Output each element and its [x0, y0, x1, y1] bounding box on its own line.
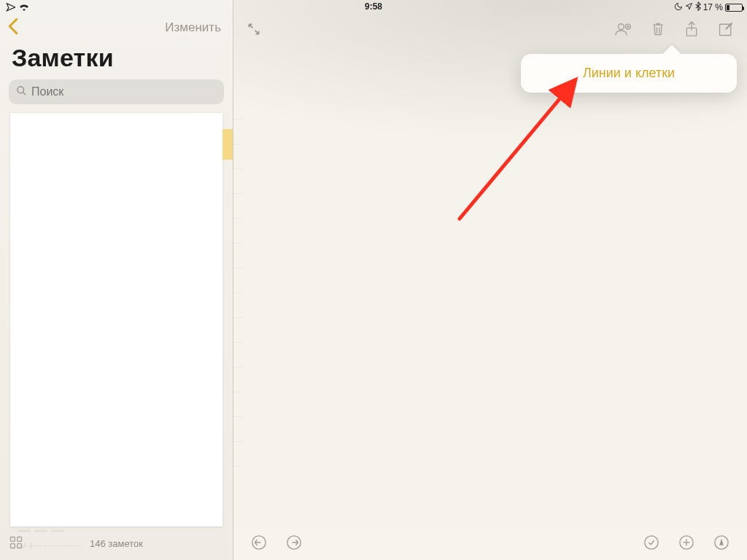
svg-line-1	[23, 92, 26, 95]
share-icon[interactable]	[684, 20, 699, 41]
svg-point-16	[645, 536, 658, 549]
svg-point-0	[18, 86, 24, 93]
compose-icon[interactable]	[718, 21, 734, 40]
undo-icon[interactable]	[251, 534, 267, 553]
svg-point-6	[619, 24, 624, 30]
bluetooth-icon	[695, 1, 701, 13]
editor-margin-rule	[233, 95, 243, 516]
edit-button[interactable]: Изменить	[165, 20, 221, 35]
notes-sidebar: Изменить Заметки — — — ··/··/···· ···· ·…	[0, 0, 233, 560]
sidebar-title: Заметки	[0, 41, 233, 79]
search-input[interactable]	[9, 79, 224, 104]
gallery-view-icon[interactable]	[9, 535, 23, 552]
battery-icon	[725, 4, 743, 12]
search-text[interactable]	[31, 85, 217, 98]
svg-rect-2	[11, 537, 15, 542]
note-editor[interactable]: Линии и клетки	[233, 0, 747, 560]
add-attachment-icon[interactable]	[678, 534, 694, 553]
editor-toolbar	[233, 15, 747, 47]
battery-percent: 17 %	[703, 2, 723, 12]
notes-list[interactable]	[10, 113, 222, 526]
redo-icon[interactable]	[286, 534, 302, 553]
trash-icon[interactable]	[651, 21, 665, 40]
markup-icon[interactable]	[713, 534, 729, 553]
svg-rect-3	[18, 537, 22, 542]
expand-icon[interactable]	[247, 22, 261, 39]
location-icon	[685, 2, 693, 12]
wifi-icon	[18, 2, 30, 13]
status-bar: 9:58 17 %	[0, 0, 747, 15]
svg-rect-4	[11, 544, 15, 548]
back-button[interactable]	[7, 18, 19, 38]
selected-note-indicator	[222, 129, 233, 160]
airplane-mode-icon	[4, 1, 15, 14]
status-time: 9:58	[365, 1, 382, 12]
svg-rect-5	[18, 544, 22, 548]
search-icon	[16, 85, 27, 99]
lines-and-grids-option[interactable]: Линии и клетки	[521, 66, 737, 81]
share-popover: Линии и клетки	[521, 54, 737, 93]
checklist-icon[interactable]	[643, 534, 659, 553]
editor-bottom-toolbar	[233, 528, 747, 560]
sidebar-footer: 146 заметок	[0, 526, 233, 560]
add-people-icon[interactable]	[614, 21, 632, 40]
notes-count: 146 заметок	[90, 538, 143, 549]
do-not-disturb-icon	[674, 2, 683, 13]
